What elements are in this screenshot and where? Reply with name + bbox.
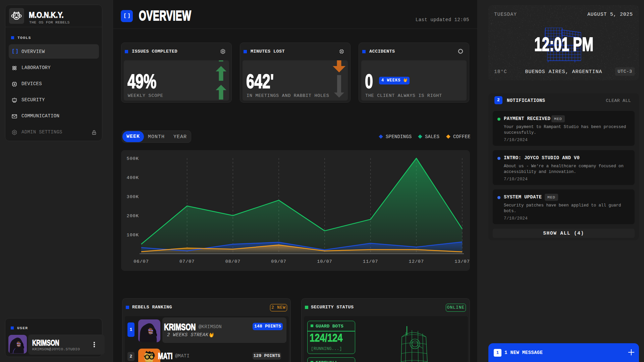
svg-text:400K: 400K bbox=[127, 175, 139, 180]
svg-text:500K: 500K bbox=[127, 156, 139, 161]
svg-text:100K: 100K bbox=[127, 233, 139, 238]
svg-text:300K: 300K bbox=[127, 194, 139, 199]
svg-text:07/07: 07/07 bbox=[179, 259, 195, 264]
svg-text:08/07: 08/07 bbox=[225, 259, 241, 264]
svg-text:10/07: 10/07 bbox=[317, 259, 332, 264]
svg-text:11/07: 11/07 bbox=[363, 259, 378, 264]
svg-text:09/07: 09/07 bbox=[271, 259, 286, 264]
svg-text:12/07: 12/07 bbox=[409, 259, 424, 264]
svg-text:13/07: 13/07 bbox=[454, 259, 470, 264]
svg-text:200K: 200K bbox=[127, 214, 139, 219]
svg-text:06/07: 06/07 bbox=[133, 259, 149, 264]
